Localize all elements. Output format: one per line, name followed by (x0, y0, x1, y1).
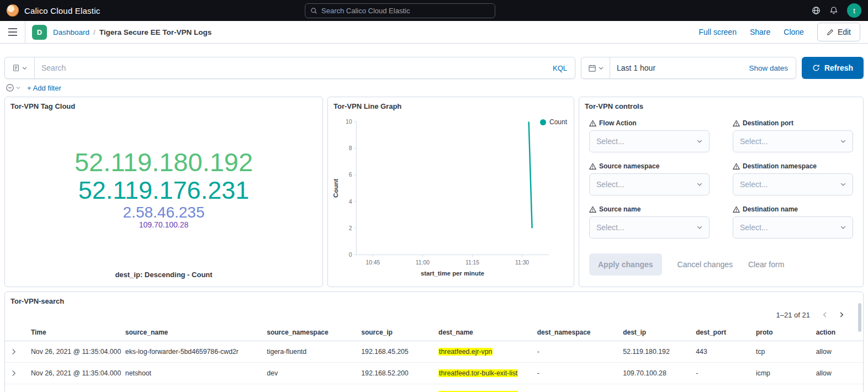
search-input[interactable] (35, 63, 545, 72)
cell-dest_name: threatfeed.tor-bulk-exit-list (434, 363, 533, 384)
column-header-source_namespace[interactable]: source_namespace (262, 324, 357, 341)
show-dates-link[interactable]: Show dates (749, 64, 796, 72)
svg-text:11:00: 11:00 (416, 259, 430, 266)
cell-source_namespace: dev (262, 384, 357, 392)
menu-button[interactable] (0, 21, 25, 43)
column-header-source_ip[interactable]: source_ip (357, 324, 434, 341)
previous-page-button[interactable] (818, 308, 832, 322)
cell-proto: tcp (751, 341, 812, 363)
select-source-name[interactable]: Select... (589, 216, 710, 239)
cell-dest_ip: 109.70.100.28 (618, 384, 691, 392)
select-destination-namespace[interactable]: Select... (733, 173, 853, 195)
global-search[interactable] (305, 3, 495, 18)
highlighted-value: threatfeed.ejr-vpn (438, 348, 493, 356)
highlighted-value: threatfeed.tor-bulk-exit-list (438, 369, 518, 377)
control-label-text: Destination port (743, 119, 793, 127)
warning-icon (589, 163, 596, 170)
column-header-proto[interactable]: proto (751, 324, 812, 341)
select-placeholder: Select... (596, 223, 697, 232)
table-row: Nov 26, 2021 @ 11:35:04.000eks-log-forwa… (5, 341, 863, 363)
full-screen-link[interactable]: Full screen (698, 28, 736, 36)
select-destination-port[interactable]: Select... (733, 130, 853, 152)
line-chart-svg: 024681010:4511:0011:1511:30Countstart_ti… (331, 114, 570, 284)
cell-source_namespace: tigera-fluentd (262, 341, 357, 363)
chart-legend[interactable]: Count (540, 118, 567, 126)
control-label: Source name (589, 205, 710, 213)
tag-cloud-term[interactable]: 109.70.100.28 (139, 221, 189, 229)
chevron-down-icon (840, 182, 846, 187)
control-label-text: Source name (599, 205, 641, 213)
cell-action: allow (812, 341, 863, 363)
chevron-down-icon (697, 182, 702, 187)
query-input[interactable]: KQL (4, 57, 575, 79)
share-link[interactable]: Share (750, 28, 770, 36)
expand-row-button[interactable] (9, 347, 18, 356)
cell-dest_port: 443 (691, 341, 751, 363)
add-filter-link[interactable]: + Add filter (27, 84, 61, 92)
cell-dest_ip: 52.119.180.192 (618, 341, 691, 363)
query-language-button[interactable]: KQL (545, 64, 575, 72)
cell-dest_ip: 109.70.100.28 (618, 363, 691, 384)
space-badge[interactable]: D (32, 25, 47, 40)
filter-options-button[interactable] (6, 83, 20, 92)
next-page-button[interactable] (834, 308, 849, 322)
column-header-dest_ip[interactable]: dest_ip (618, 324, 691, 341)
brand-title: Calico Cloud Elastic (24, 6, 100, 15)
cell-Time: Nov 26, 2021 @ 11:35:04.000 (27, 341, 121, 363)
tag-cloud-term[interactable]: 52.119.176.231 (78, 177, 249, 204)
column-header-source_name[interactable]: source_name (121, 324, 262, 341)
expand-row-button[interactable] (9, 369, 18, 378)
cancel-changes-button[interactable]: Cancel changes (678, 260, 733, 269)
cell-Time: Nov 26, 2021 @ 11:35:04.000 (27, 363, 121, 384)
avatar[interactable]: t (847, 3, 861, 18)
filter-options-icon (6, 83, 14, 92)
brand-logo-icon[interactable] (7, 4, 19, 17)
cell-action: allow (812, 363, 863, 384)
warning-icon (733, 206, 740, 213)
scrollbar-thumb[interactable] (858, 303, 861, 332)
calendar-icon (588, 64, 596, 72)
control-label-text: Flow Action (599, 119, 637, 127)
time-range-value[interactable]: Last 1 hour (610, 63, 655, 72)
select-destination-name[interactable]: Select... (733, 216, 853, 239)
column-header-action[interactable]: action (812, 324, 863, 341)
column-header-dest_name[interactable]: dest_name (434, 324, 533, 341)
table-row: Nov 26, 2021 @ 11:35:04.000netshootdev19… (5, 363, 863, 384)
select-placeholder: Select... (740, 180, 840, 189)
chevron-down-icon (840, 139, 846, 144)
tag-cloud-term[interactable]: 2.58.46.235 (123, 204, 205, 221)
edit-button[interactable]: Edit (817, 23, 860, 41)
cell-dest_port: - (691, 384, 751, 392)
help-icon[interactable] (812, 6, 821, 15)
date-picker: Last 1 hour Show dates (581, 57, 796, 79)
table-row: Nov 26, 2021 @ 11:34:54.000netshootdev19… (5, 384, 863, 392)
select-flow-action[interactable]: Select... (589, 130, 710, 152)
tag-cloud-term[interactable]: 52.119.180.192 (75, 148, 253, 177)
saved-query-menu-button[interactable] (5, 57, 35, 78)
panel-title: Tor-VPN-search (5, 292, 863, 308)
pagination-count: 1–21 of 21 (776, 311, 810, 319)
breadcrumb-dashboard-link[interactable]: Dashboard (53, 28, 89, 36)
notifications-icon[interactable] (829, 6, 838, 15)
chevron-down-icon (22, 66, 27, 71)
control-label-text: Destination name (743, 205, 798, 213)
clone-link[interactable]: Clone (784, 28, 804, 36)
table-header-row: Timesource_namesource_namespacesource_ip… (5, 324, 863, 341)
column-header-dest_namespace[interactable]: dest_namespace (533, 324, 618, 341)
warning-icon (733, 120, 740, 127)
clear-form-button[interactable]: Clear form (748, 260, 784, 269)
query-bar: KQL Last 1 hour Show dates Refresh (0, 44, 868, 82)
column-header-Time[interactable]: Time (27, 324, 121, 341)
global-search-input[interactable] (321, 7, 490, 15)
select-placeholder: Select... (740, 137, 840, 146)
refresh-button[interactable]: Refresh (802, 57, 864, 79)
column-header-dest_port[interactable]: dest_port (691, 324, 751, 341)
control-field-destination-name: Destination nameSelect... (733, 205, 853, 239)
panel-title: Tor-VPN Tag Cloud (5, 97, 322, 113)
control-field-source-namespace: Source namespaceSelect... (589, 162, 710, 195)
select-source-namespace[interactable]: Select... (589, 173, 710, 195)
svg-text:11:30: 11:30 (515, 259, 529, 266)
chevron-down-icon (16, 86, 20, 90)
apply-changes-button[interactable]: Apply changes (589, 253, 662, 276)
calendar-button[interactable] (581, 57, 610, 78)
